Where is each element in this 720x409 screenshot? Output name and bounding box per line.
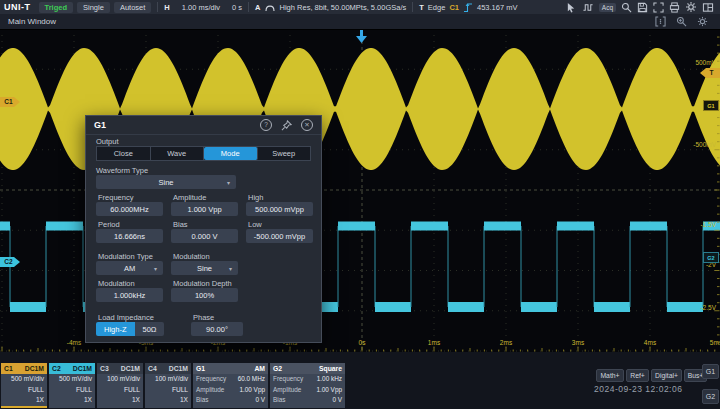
channel-coupling: DC1M [121,365,140,372]
selection-box-icon[interactable] [655,16,666,27]
c2-square-low [667,302,703,312]
trigger-level-value[interactable]: 453.167 mV [477,3,517,12]
trigger-status-button[interactable]: Triged [39,2,74,13]
search-icon[interactable] [621,2,632,13]
oscilloscope-screen: UNI-T Triged Single Autoset H 1.00 ms/di… [0,0,720,409]
divider [412,2,413,12]
channel-box-c4[interactable]: C4 DC1M 100 mV/div FULL 1X [145,363,191,408]
phase-field[interactable]: 90.00° [191,322,243,336]
period-field[interactable]: 16.666ns [96,229,163,243]
math-add-button[interactable]: Math+ [596,369,624,382]
window-title[interactable]: Main Window [8,17,56,26]
waveform-type-dropdown[interactable]: Sine ▾ [96,175,236,189]
chevron-down-icon: ▾ [154,265,157,272]
display-settings-gear-icon[interactable] [697,16,708,27]
highz-option[interactable]: High-Z [96,322,135,336]
acquire-label: A [255,3,260,12]
tab-wave[interactable]: Wave [151,147,205,160]
printer-icon[interactable] [669,2,680,13]
channel-bandwidth: FULL [49,385,95,396]
modulation-wave-dropdown[interactable]: Sine ▾ [171,261,238,275]
single-button[interactable]: Single [77,2,110,13]
horizontal-offset-value[interactable]: 0 s [232,3,242,12]
generator-box-g2[interactable]: G2 Square Frequency1.00 kHz Amplitude1.0… [270,363,345,408]
channel-name: C2 [52,365,61,372]
low-label: Low [248,220,262,229]
c2-square-low [10,302,46,312]
g2-side-button[interactable]: G2 [702,389,719,404]
tab-mode[interactable]: Mode [204,147,258,160]
tab-sweep[interactable]: Sweep [258,147,311,160]
fullscreen-icon[interactable] [653,2,664,13]
high-field[interactable]: 500.000 mVpp [246,202,313,216]
modulation-type-dropdown[interactable]: AM ▾ [96,261,163,275]
volt-scale-label: -1.5V [700,221,716,228]
acq-button[interactable]: Acq [599,3,616,12]
low-field[interactable]: -500.000 mVpp [246,229,313,243]
trigger-position-arrow[interactable] [356,36,367,43]
top-toolbar: UNI-T Triged Single Autoset H 1.00 ms/di… [0,0,720,14]
modulation-depth-field[interactable]: 100% [171,288,238,302]
fifty-ohm-option[interactable]: 50Ω [135,322,165,336]
settings-gear-icon[interactable] [685,1,697,13]
gen-amp-value: 1.00 Vpp [239,385,265,396]
channel-header: C2 DC1M [49,363,95,374]
g1-side-button[interactable]: G1 [702,364,719,379]
c2-square-low [448,302,484,312]
generator-name: G1 [196,365,205,372]
digital-add-button[interactable]: Digital+ [651,369,682,382]
dialog-titlebar[interactable]: G1 ? ✕ [86,116,321,135]
amplitude-field[interactable]: 1.000 Vpp [171,202,238,216]
c2-square-high [46,222,83,231]
g1-output-marker[interactable]: G1 [703,100,719,111]
help-icon[interactable]: ? [260,119,272,131]
ref-add-button[interactable]: Ref+ [626,369,649,382]
channel-box-c1[interactable]: C1 DC1M 500 mV/div FULL 1X [1,363,47,408]
g1-generator-dialog: G1 ? ✕ Output Close Wave Mode Sweep Wave… [85,115,322,343]
time-ruler-label: -4ms [67,339,82,346]
channel-probe: 1X [97,395,143,406]
channel-box-c2[interactable]: C2 DC1M 500 mV/div FULL 1X [49,363,95,408]
channel-header: C1 DC1M [1,363,47,374]
gen-bias-label: Bias [196,395,208,406]
channel-name: C1 [4,365,13,372]
tab-close[interactable]: Close [97,147,151,160]
autoset-button[interactable]: Autoset [114,2,151,13]
acquisition-info[interactable]: High Res, 8bit, 50.00MPts, 5.00GSa/s [280,3,407,12]
horizontal-label: H [164,3,169,12]
channel-name: C3 [100,365,109,372]
g2-output-marker[interactable]: G2 [703,252,719,263]
channel-scale: 100 mV/div [145,374,191,385]
time-ruler-label: 4ms [644,339,657,346]
active-channel-indicator [1,406,47,408]
trigger-source[interactable]: C1 [449,3,459,12]
divider [157,2,158,12]
generator-mode: AM [254,365,265,372]
save-icon[interactable] [637,2,648,13]
bias-label: Bias [173,220,188,229]
generator-box-g1[interactable]: G1 AM Frequency60.0 MHz Amplitude1.00 Vp… [193,363,268,408]
channel-header: C4 DC1M [145,363,191,374]
cursor-icon[interactable] [566,2,577,13]
modulation-type-value: AM [124,264,135,273]
timebase-value[interactable]: 1.00 ms/div [182,3,220,12]
c2-square-high [0,222,10,231]
bias-field[interactable]: 0.000 V [171,229,238,243]
gen-amp-value: 1.00 Vpp [316,385,342,396]
modulation-freq-label: Modulation [98,279,135,288]
channel-coupling: DC1M [25,365,44,372]
measure-icon[interactable] [582,2,594,13]
frequency-field[interactable]: 60.000MHz [96,202,163,216]
high-label: High [248,193,263,202]
close-icon[interactable]: ✕ [301,119,313,131]
pin-icon[interactable] [281,120,292,131]
dialog-title: G1 [94,120,106,130]
channel-box-c3[interactable]: C3 DC1M 100 mV/div FULL 1X [97,363,143,408]
trigger-type[interactable]: Edge [428,3,446,12]
modulation-wave-value: Sine [197,264,212,273]
split-window-icon[interactable] [702,2,714,13]
period-label: Period [98,220,120,229]
zoom-in-icon[interactable] [676,16,687,27]
trigger-position-marker[interactable] [360,30,363,37]
modulation-freq-field[interactable]: 1.000kHz [96,288,163,302]
